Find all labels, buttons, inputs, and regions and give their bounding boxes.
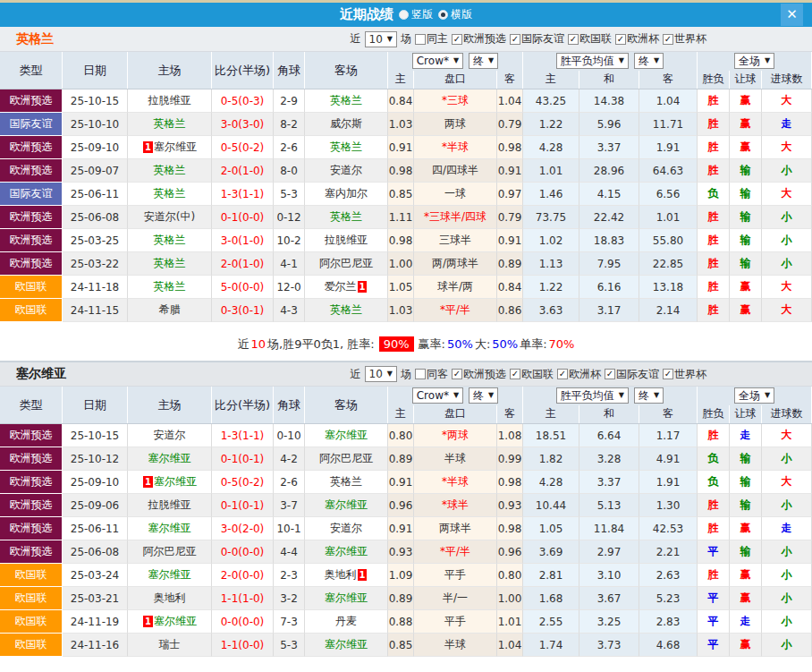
league-type-badge: 欧国联	[0, 634, 63, 657]
avg-draw: 3.25	[579, 610, 639, 634]
same-venue-checkbox[interactable]: 同主	[415, 31, 448, 47]
match-date: 25-10-15	[63, 424, 128, 447]
team-name: 塞尔维亚	[325, 428, 368, 443]
checkbox-icon[interactable]	[415, 369, 426, 379]
team-name: 英格兰	[154, 186, 186, 201]
result-goals: 小	[762, 252, 812, 276]
avg-home: 1.01	[523, 159, 579, 183]
chevron-down-icon: ▼	[488, 54, 494, 68]
team-cell: 英格兰	[128, 252, 212, 276]
league-filter-checkbox[interactable]: ✓世界杯	[663, 31, 706, 47]
checkbox-icon[interactable]	[415, 34, 426, 45]
result-wdl: 胜	[698, 136, 730, 159]
team-name: 希腊	[159, 302, 181, 318]
checkbox-checked-icon[interactable]: ✓	[510, 34, 520, 45]
checkbox-checked-icon[interactable]: ✓	[663, 369, 673, 379]
final-odds-select[interactable]: 终▼	[469, 53, 498, 69]
match-score: 1-1(1-0)	[212, 587, 274, 610]
recent-count-select[interactable]: 10▼	[365, 31, 397, 47]
match-date: 25-10-15	[63, 89, 128, 113]
league-type-badge: 欧洲预选	[0, 229, 63, 252]
handicap-line: 平手	[414, 564, 497, 587]
handicap-line: *半球	[414, 471, 497, 494]
avg-home: 2.81	[523, 564, 579, 587]
league-filter-checkbox[interactable]: ✓国际友谊	[605, 367, 659, 382]
avg-away: 1.04	[639, 89, 698, 113]
layout-radio-horizontal[interactable]: 横版	[438, 7, 472, 22]
handicap-line: *两球	[414, 424, 497, 447]
avg-away: 11.71	[639, 113, 698, 136]
radio-checked-icon[interactable]	[438, 10, 448, 20]
full-match-select[interactable]: 全场▼	[734, 53, 774, 69]
league-filter-checkbox[interactable]: ✓国际友谊	[510, 31, 564, 47]
avg-home: 2.55	[523, 610, 579, 634]
same-venue-checkbox[interactable]: 同客	[415, 367, 448, 382]
layout-radio-vertical[interactable]: 竖版	[399, 7, 433, 22]
recent-count-select[interactable]: 10▼	[365, 366, 397, 382]
league-filter-checkbox[interactable]: ✓世界杯	[663, 367, 706, 382]
table-row: 欧国联24-11-191塞尔维亚0-0(0-0)7-3丹麦0.88平手1.012…	[0, 610, 812, 634]
league-filter-checkbox[interactable]: ✓欧洲预选	[452, 367, 506, 382]
league-filter-checkbox[interactable]: ✓欧国联	[510, 367, 554, 382]
odds-source-select[interactable]: Crow*▼	[412, 387, 463, 404]
rank-badge: 1	[143, 616, 153, 627]
team-name: 丹麦	[335, 614, 357, 629]
team-name: 瑞士	[159, 637, 181, 652]
odds-home: 0.80	[388, 424, 414, 447]
result-handicap: 赢	[730, 564, 762, 587]
league-filter-checkbox[interactable]: ✓欧国联	[568, 31, 612, 47]
team-name: 安道尔(中)	[144, 209, 195, 225]
team-name: 英格兰	[330, 140, 362, 155]
corner-count: 4-4	[274, 540, 305, 564]
summary-text: 赢率:	[419, 336, 445, 353]
league-filter-checkbox[interactable]: ✓欧洲预选	[452, 31, 506, 47]
league-filter-checkbox[interactable]: ✓欧洲杯	[557, 367, 601, 382]
league-filter-checkbox[interactable]: ✓欧洲杯	[615, 31, 659, 47]
odds-home: 0.91	[388, 136, 414, 159]
col-avg-draw: 和	[579, 405, 639, 424]
avg-away: 55.80	[639, 229, 698, 252]
team-cell: 希腊	[128, 299, 212, 322]
checkbox-checked-icon[interactable]: ✓	[510, 369, 520, 379]
team-name: 塞尔维亚	[154, 614, 197, 629]
col-corner: 角球	[274, 52, 305, 89]
team-name: 塞尔维亚	[148, 567, 191, 583]
checkbox-checked-icon[interactable]: ✓	[663, 34, 673, 45]
cut-off-summary-strip	[0, 657, 812, 672]
corner-count: 4-3	[274, 299, 305, 322]
team-name: 英格兰	[330, 474, 362, 489]
wdl-average-select[interactable]: 胜平负均值▼	[556, 387, 629, 404]
checkbox-checked-icon[interactable]: ✓	[605, 369, 615, 379]
team-name: 塞尔维亚	[325, 637, 368, 652]
final-wdl-select[interactable]: 终▼	[634, 53, 664, 69]
result-handicap: 赢	[730, 89, 762, 113]
chevron-down-icon: ▼	[765, 388, 770, 403]
table-row: 国际友谊25-06-11英格兰1-3(1-1)5-3塞内加尔0.85一球0.97…	[0, 183, 812, 206]
checkbox-checked-icon[interactable]: ✓	[615, 34, 626, 45]
table-row: 欧洲预选25-09-06拉脱维亚0-1(0-1)3-7塞尔维亚0.96*球半0.…	[0, 494, 812, 517]
checkbox-checked-icon[interactable]: ✓	[568, 34, 579, 45]
full-match-select[interactable]: 全场▼	[734, 387, 774, 404]
checkbox-checked-icon[interactable]: ✓	[557, 369, 568, 379]
result-wdl: 胜	[698, 89, 730, 113]
avg-away: 1.30	[639, 494, 698, 517]
close-button[interactable]: ✕	[781, 4, 803, 26]
team-name: 塞尔维亚	[325, 544, 368, 559]
checkbox-checked-icon[interactable]: ✓	[452, 369, 462, 379]
final-wdl-select[interactable]: 终▼	[634, 387, 664, 404]
league-type-badge: 欧洲预选	[0, 471, 63, 494]
table-row: 欧洲预选25-09-101塞尔维亚0-5(0-2)2-6英格兰0.91*半球0.…	[0, 471, 812, 494]
result-goals: 小	[762, 634, 812, 657]
team-name: 英格兰	[154, 163, 186, 178]
radio-icon[interactable]	[399, 10, 409, 20]
final-odds-select[interactable]: 终▼	[469, 387, 498, 404]
avg-away: 1.91	[639, 136, 698, 159]
wdl-average-select[interactable]: 胜平负均值▼	[556, 53, 629, 69]
odds-home: 1.11	[388, 206, 414, 229]
team-cell: 阿尔巴尼亚	[305, 252, 388, 276]
team-name: 塞内加尔	[325, 186, 368, 201]
checkbox-checked-icon[interactable]: ✓	[452, 34, 462, 45]
avg-draw: 5.13	[579, 494, 639, 517]
odds-source-select[interactable]: Crow*▼	[412, 53, 463, 69]
england-match-table: 欧洲预选25-10-15拉脱维亚0-5(0-3)2-9英格兰0.84*三球1.0…	[0, 89, 812, 322]
